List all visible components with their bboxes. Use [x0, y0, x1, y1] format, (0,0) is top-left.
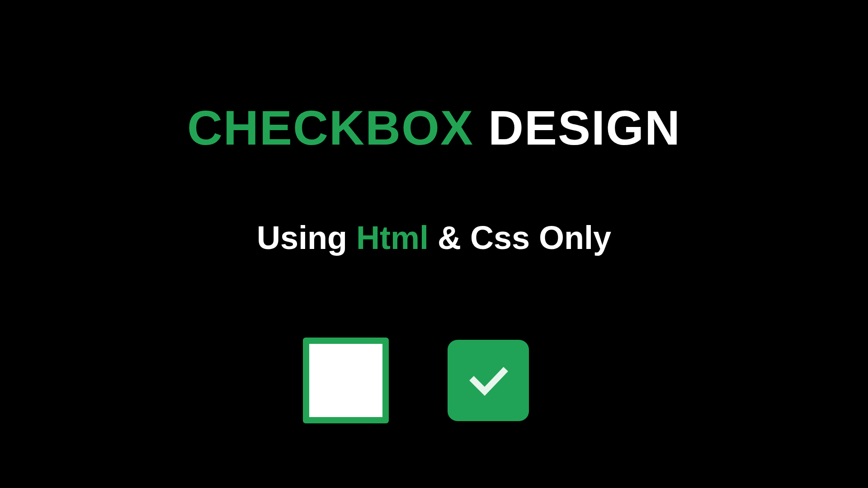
subtitle-part3: & Css Only [438, 220, 611, 256]
title-accent-word: CHECKBOX [187, 100, 474, 155]
checkbox-checked[interactable] [448, 340, 529, 421]
page-subtitle: Using Html & Css Only [257, 219, 611, 256]
checkmark-icon [466, 357, 511, 404]
checkbox-demo-row [303, 338, 529, 423]
subtitle-part1: Using [257, 220, 347, 256]
title-plain-word: DESIGN [488, 100, 681, 155]
checkbox-unchecked[interactable] [303, 338, 389, 423]
page-title: CHECKBOX DESIGN [187, 99, 681, 156]
subtitle-accent-word: Html [356, 220, 429, 256]
